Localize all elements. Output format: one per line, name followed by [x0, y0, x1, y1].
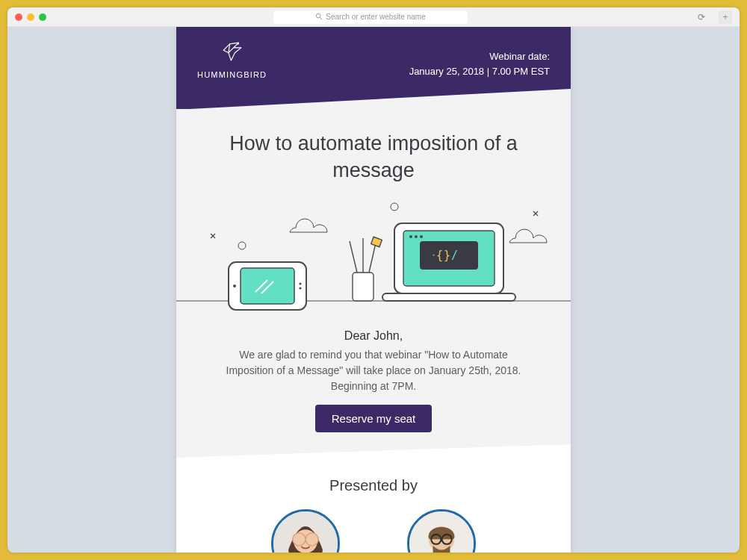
pencil-cup-icon [350, 237, 382, 301]
address-bar-placeholder: Search or enter website name [326, 13, 425, 21]
svg-text:/: / [451, 249, 458, 262]
close-icon[interactable] [15, 13, 22, 21]
email-header: HUMMINGBIRD Webinar date: January 25, 20… [176, 27, 571, 109]
svg-text:}: } [444, 249, 450, 262]
svg-point-29 [409, 235, 412, 238]
body-copy: We are glad to remind you that webinar "… [176, 343, 571, 405]
svg-text:{: { [436, 249, 443, 262]
svg-rect-32 [382, 293, 515, 301]
svg-point-14 [299, 287, 301, 289]
svg-point-30 [415, 235, 418, 238]
presenters-title: Presented by [176, 477, 571, 494]
svg-point-12 [233, 284, 236, 287]
svg-line-1 [320, 17, 323, 19]
tablet-icon [229, 262, 306, 310]
greeting: Dear John, [176, 329, 571, 343]
brand-block: HUMMINGBIRD [197, 39, 267, 79]
presenter-2: Archie Kendal [407, 509, 476, 553]
search-icon [315, 13, 323, 22]
svg-point-31 [420, 235, 423, 238]
svg-rect-21 [371, 237, 382, 247]
maximize-icon[interactable] [39, 13, 46, 21]
svg-point-37 [306, 533, 318, 546]
presenter-1: Ella Becker [271, 509, 340, 553]
svg-point-9 [391, 203, 398, 211]
svg-point-36 [293, 533, 306, 546]
laptop-icon: · { } / [382, 223, 515, 301]
traffic-lights [15, 13, 46, 21]
reserve-seat-button[interactable]: Reserve my seat [315, 405, 433, 432]
viewport: HUMMINGBIRD Webinar date: January 25, 20… [7, 27, 740, 553]
svg-rect-17 [353, 273, 374, 301]
new-tab-button[interactable]: + [719, 10, 732, 24]
minimize-icon[interactable] [27, 13, 34, 21]
email-headline: How to automate imposition of a message [176, 109, 571, 198]
avatar [407, 509, 476, 553]
hero-illustration: · { } / [176, 198, 571, 325]
refresh-icon[interactable]: ⟳ [695, 12, 708, 22]
avatar [271, 509, 340, 553]
browser-window: Search or enter website name ⟳ + HUMMING… [7, 7, 740, 553]
hummingbird-logo-icon [220, 39, 245, 67]
svg-point-0 [317, 13, 321, 18]
presenters-row: Ella Becker [176, 509, 571, 553]
webinar-date-value: January 25, 2018 | 7.00 PM EST [409, 64, 550, 79]
address-bar[interactable]: Search or enter website name [273, 10, 468, 24]
presenters-section: Presented by [176, 458, 571, 553]
webinar-date: Webinar date: January 25, 2018 | 7.00 PM… [409, 49, 550, 78]
svg-point-13 [299, 282, 301, 284]
email-template: HUMMINGBIRD Webinar date: January 25, 20… [176, 27, 571, 553]
webinar-date-label: Webinar date: [409, 49, 550, 64]
brand-name: HUMMINGBIRD [197, 70, 267, 79]
svg-rect-11 [241, 268, 294, 304]
svg-line-18 [350, 241, 357, 273]
svg-point-8 [238, 242, 246, 249]
svg-point-2 [238, 43, 238, 44]
browser-toolbar: Search or enter website name ⟳ + [7, 7, 740, 27]
